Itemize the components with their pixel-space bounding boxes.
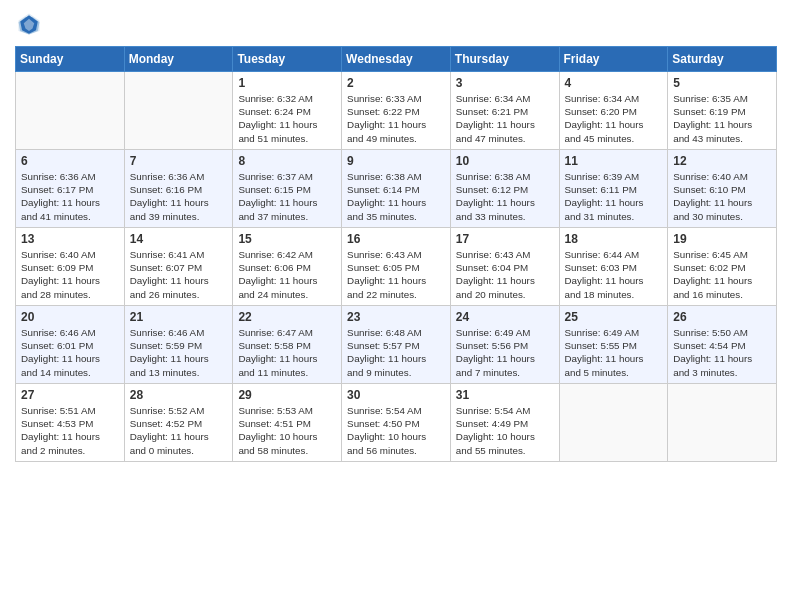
day-number: 5	[673, 76, 771, 90]
day-info: Sunrise: 6:41 AM Sunset: 6:07 PM Dayligh…	[130, 248, 228, 301]
day-info: Sunrise: 6:49 AM Sunset: 5:55 PM Dayligh…	[565, 326, 663, 379]
day-number: 20	[21, 310, 119, 324]
day-number: 15	[238, 232, 336, 246]
day-number: 4	[565, 76, 663, 90]
calendar-day-cell: 5Sunrise: 6:35 AM Sunset: 6:19 PM Daylig…	[668, 72, 777, 150]
calendar-day-cell	[559, 384, 668, 462]
day-number: 6	[21, 154, 119, 168]
day-info: Sunrise: 6:35 AM Sunset: 6:19 PM Dayligh…	[673, 92, 771, 145]
day-number: 3	[456, 76, 554, 90]
day-number: 14	[130, 232, 228, 246]
day-info: Sunrise: 5:53 AM Sunset: 4:51 PM Dayligh…	[238, 404, 336, 457]
day-info: Sunrise: 6:36 AM Sunset: 6:17 PM Dayligh…	[21, 170, 119, 223]
day-info: Sunrise: 6:40 AM Sunset: 6:09 PM Dayligh…	[21, 248, 119, 301]
day-info: Sunrise: 6:43 AM Sunset: 6:05 PM Dayligh…	[347, 248, 445, 301]
calendar-day-cell	[124, 72, 233, 150]
day-info: Sunrise: 6:38 AM Sunset: 6:12 PM Dayligh…	[456, 170, 554, 223]
day-info: Sunrise: 6:49 AM Sunset: 5:56 PM Dayligh…	[456, 326, 554, 379]
day-number: 1	[238, 76, 336, 90]
day-info: Sunrise: 6:44 AM Sunset: 6:03 PM Dayligh…	[565, 248, 663, 301]
calendar-day-cell: 31Sunrise: 5:54 AM Sunset: 4:49 PM Dayli…	[450, 384, 559, 462]
day-info: Sunrise: 5:51 AM Sunset: 4:53 PM Dayligh…	[21, 404, 119, 457]
day-number: 2	[347, 76, 445, 90]
day-info: Sunrise: 6:45 AM Sunset: 6:02 PM Dayligh…	[673, 248, 771, 301]
calendar-day-cell: 21Sunrise: 6:46 AM Sunset: 5:59 PM Dayli…	[124, 306, 233, 384]
calendar-day-cell: 20Sunrise: 6:46 AM Sunset: 6:01 PM Dayli…	[16, 306, 125, 384]
day-info: Sunrise: 5:52 AM Sunset: 4:52 PM Dayligh…	[130, 404, 228, 457]
calendar-day-cell: 29Sunrise: 5:53 AM Sunset: 4:51 PM Dayli…	[233, 384, 342, 462]
calendar-day-cell: 17Sunrise: 6:43 AM Sunset: 6:04 PM Dayli…	[450, 228, 559, 306]
calendar-table: SundayMondayTuesdayWednesdayThursdayFrid…	[15, 46, 777, 462]
day-info: Sunrise: 6:37 AM Sunset: 6:15 PM Dayligh…	[238, 170, 336, 223]
calendar-day-cell: 7Sunrise: 6:36 AM Sunset: 6:16 PM Daylig…	[124, 150, 233, 228]
calendar-day-cell	[668, 384, 777, 462]
day-number: 24	[456, 310, 554, 324]
calendar-day-cell: 9Sunrise: 6:38 AM Sunset: 6:14 PM Daylig…	[342, 150, 451, 228]
calendar-week-row: 1Sunrise: 6:32 AM Sunset: 6:24 PM Daylig…	[16, 72, 777, 150]
calendar-day-cell: 23Sunrise: 6:48 AM Sunset: 5:57 PM Dayli…	[342, 306, 451, 384]
calendar-day-cell: 13Sunrise: 6:40 AM Sunset: 6:09 PM Dayli…	[16, 228, 125, 306]
calendar-header-row: SundayMondayTuesdayWednesdayThursdayFrid…	[16, 47, 777, 72]
day-info: Sunrise: 6:40 AM Sunset: 6:10 PM Dayligh…	[673, 170, 771, 223]
day-info: Sunrise: 6:38 AM Sunset: 6:14 PM Dayligh…	[347, 170, 445, 223]
calendar-day-cell: 10Sunrise: 6:38 AM Sunset: 6:12 PM Dayli…	[450, 150, 559, 228]
calendar-day-cell: 11Sunrise: 6:39 AM Sunset: 6:11 PM Dayli…	[559, 150, 668, 228]
logo-icon	[15, 10, 43, 38]
day-number: 28	[130, 388, 228, 402]
day-number: 23	[347, 310, 445, 324]
day-info: Sunrise: 6:47 AM Sunset: 5:58 PM Dayligh…	[238, 326, 336, 379]
calendar-day-cell: 3Sunrise: 6:34 AM Sunset: 6:21 PM Daylig…	[450, 72, 559, 150]
day-number: 31	[456, 388, 554, 402]
day-number: 7	[130, 154, 228, 168]
day-info: Sunrise: 6:46 AM Sunset: 6:01 PM Dayligh…	[21, 326, 119, 379]
logo	[15, 10, 47, 38]
weekday-header: Thursday	[450, 47, 559, 72]
calendar-day-cell: 2Sunrise: 6:33 AM Sunset: 6:22 PM Daylig…	[342, 72, 451, 150]
header	[15, 10, 777, 38]
calendar-day-cell: 26Sunrise: 5:50 AM Sunset: 4:54 PM Dayli…	[668, 306, 777, 384]
calendar-day-cell: 15Sunrise: 6:42 AM Sunset: 6:06 PM Dayli…	[233, 228, 342, 306]
day-number: 30	[347, 388, 445, 402]
weekday-header: Sunday	[16, 47, 125, 72]
day-number: 22	[238, 310, 336, 324]
calendar-week-row: 20Sunrise: 6:46 AM Sunset: 6:01 PM Dayli…	[16, 306, 777, 384]
day-info: Sunrise: 6:48 AM Sunset: 5:57 PM Dayligh…	[347, 326, 445, 379]
calendar-day-cell: 27Sunrise: 5:51 AM Sunset: 4:53 PM Dayli…	[16, 384, 125, 462]
calendar-day-cell: 22Sunrise: 6:47 AM Sunset: 5:58 PM Dayli…	[233, 306, 342, 384]
page-container: SundayMondayTuesdayWednesdayThursdayFrid…	[0, 0, 792, 477]
day-number: 8	[238, 154, 336, 168]
day-info: Sunrise: 6:46 AM Sunset: 5:59 PM Dayligh…	[130, 326, 228, 379]
weekday-header: Monday	[124, 47, 233, 72]
day-number: 11	[565, 154, 663, 168]
day-number: 27	[21, 388, 119, 402]
day-number: 16	[347, 232, 445, 246]
day-info: Sunrise: 6:34 AM Sunset: 6:21 PM Dayligh…	[456, 92, 554, 145]
calendar-day-cell: 4Sunrise: 6:34 AM Sunset: 6:20 PM Daylig…	[559, 72, 668, 150]
day-info: Sunrise: 6:42 AM Sunset: 6:06 PM Dayligh…	[238, 248, 336, 301]
calendar-day-cell: 12Sunrise: 6:40 AM Sunset: 6:10 PM Dayli…	[668, 150, 777, 228]
day-number: 21	[130, 310, 228, 324]
calendar-day-cell: 8Sunrise: 6:37 AM Sunset: 6:15 PM Daylig…	[233, 150, 342, 228]
weekday-header: Saturday	[668, 47, 777, 72]
day-number: 12	[673, 154, 771, 168]
calendar-week-row: 27Sunrise: 5:51 AM Sunset: 4:53 PM Dayli…	[16, 384, 777, 462]
calendar-week-row: 13Sunrise: 6:40 AM Sunset: 6:09 PM Dayli…	[16, 228, 777, 306]
calendar-day-cell: 25Sunrise: 6:49 AM Sunset: 5:55 PM Dayli…	[559, 306, 668, 384]
day-info: Sunrise: 6:43 AM Sunset: 6:04 PM Dayligh…	[456, 248, 554, 301]
day-info: Sunrise: 5:50 AM Sunset: 4:54 PM Dayligh…	[673, 326, 771, 379]
day-number: 17	[456, 232, 554, 246]
calendar-day-cell: 14Sunrise: 6:41 AM Sunset: 6:07 PM Dayli…	[124, 228, 233, 306]
day-info: Sunrise: 6:39 AM Sunset: 6:11 PM Dayligh…	[565, 170, 663, 223]
calendar-day-cell: 1Sunrise: 6:32 AM Sunset: 6:24 PM Daylig…	[233, 72, 342, 150]
calendar-day-cell: 6Sunrise: 6:36 AM Sunset: 6:17 PM Daylig…	[16, 150, 125, 228]
day-number: 26	[673, 310, 771, 324]
day-number: 25	[565, 310, 663, 324]
day-number: 29	[238, 388, 336, 402]
day-number: 10	[456, 154, 554, 168]
calendar-day-cell: 18Sunrise: 6:44 AM Sunset: 6:03 PM Dayli…	[559, 228, 668, 306]
calendar-day-cell: 19Sunrise: 6:45 AM Sunset: 6:02 PM Dayli…	[668, 228, 777, 306]
day-info: Sunrise: 6:36 AM Sunset: 6:16 PM Dayligh…	[130, 170, 228, 223]
calendar-day-cell	[16, 72, 125, 150]
day-info: Sunrise: 6:32 AM Sunset: 6:24 PM Dayligh…	[238, 92, 336, 145]
calendar-day-cell: 24Sunrise: 6:49 AM Sunset: 5:56 PM Dayli…	[450, 306, 559, 384]
